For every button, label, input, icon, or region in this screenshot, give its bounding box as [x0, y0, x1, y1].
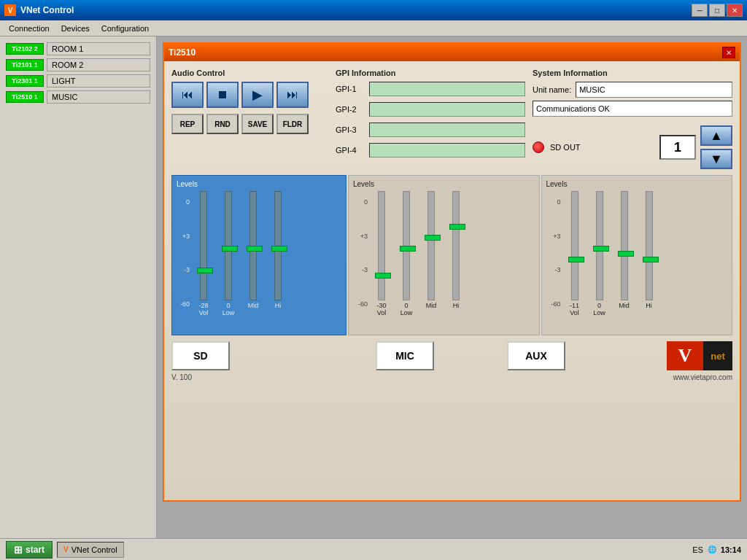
status-bar: ⊞ start V VNet Control ES 🌐 13:14 — [0, 538, 747, 560]
stop-button[interactable]: ⏹ — [206, 82, 239, 108]
fader-handle-low-2[interactable] — [400, 246, 416, 252]
dialog-footer: V. 100 www.vietapro.com — [171, 373, 732, 381]
fader-handle-hi-1[interactable] — [271, 246, 287, 252]
fader-handle-vol-1[interactable] — [197, 268, 213, 273]
status-input — [533, 101, 732, 117]
fader-handle-hi-3[interactable] — [643, 257, 659, 262]
save-button[interactable]: SAVE — [241, 114, 274, 134]
sd-button[interactable]: SD — [171, 341, 230, 370]
fldr-button[interactable]: FLDR — [276, 114, 309, 134]
gpi-input-4[interactable] — [369, 143, 525, 158]
fader-track-mid-3[interactable] — [621, 191, 628, 300]
device-badge-0[interactable]: Ti2102 2 — [6, 43, 44, 55]
menu-devices[interactable]: Devices — [55, 23, 96, 34]
sys-info-title: System Information — [533, 69, 732, 77]
fader-handle-mid-2[interactable] — [425, 235, 441, 241]
fader-track-low-3[interactable] — [596, 191, 603, 300]
left-panel: Ti2102 2 ROOM 1 Ti2101 1 ROOM 2 Ti2301 1… — [0, 36, 157, 538]
fader-mid-1: Mid — [242, 191, 264, 309]
unit-name-label: Unit name: — [533, 85, 571, 94]
fader-track-mid-1[interactable] — [249, 191, 257, 300]
dialog-title-bar: Ti2510 ✕ — [164, 44, 740, 61]
taskbar-label: VNet Control — [71, 545, 117, 554]
fader-label-vol-1: Vol — [199, 309, 209, 316]
mic-button[interactable]: MIC — [376, 341, 434, 370]
window-controls: ─ □ ✕ — [692, 4, 743, 17]
rnd-button[interactable]: RND — [206, 114, 239, 134]
windows-icon: ⊞ — [14, 544, 23, 556]
start-button[interactable]: ⊞ start — [6, 541, 53, 559]
nav-number-display: 1 — [659, 135, 696, 160]
app-icon: V — [4, 4, 16, 16]
close-button[interactable]: ✕ — [727, 4, 743, 17]
device-row-0: Ti2102 2 ROOM 1 — [6, 42, 150, 55]
fader-label-mid-2: Mid — [426, 302, 437, 309]
dialog-close-button[interactable]: ✕ — [722, 47, 735, 58]
fader-track-vol-1[interactable] — [200, 191, 207, 300]
fader-label-mid-1: Mid — [248, 302, 259, 309]
sd-out-row: SD OUT 1 ▲ ▼ — [533, 125, 732, 169]
fader-track-hi-2[interactable] — [452, 191, 460, 300]
fader-handle-low-3[interactable] — [593, 246, 609, 252]
unit-name-input[interactable] — [576, 82, 732, 98]
fader-value-low-3: 0 — [597, 302, 601, 309]
transport-buttons: ⏮ ⏹ ▶ ⏭ — [171, 82, 328, 108]
gpi-row-2: GPI-2 — [336, 102, 525, 117]
window-title: VNet Control — [20, 5, 74, 15]
levels-1-title: Levels — [177, 180, 341, 188]
fader-low-1: 0 Low — [217, 191, 239, 316]
fader-low-2: 0 Low — [395, 191, 417, 316]
fader-handle-mid-3[interactable] — [618, 251, 634, 257]
menu-configuration[interactable]: Configuration — [96, 23, 155, 34]
gpi-input-2[interactable] — [369, 102, 525, 117]
aux-button[interactable]: AUX — [507, 341, 565, 370]
sd-out-led — [533, 141, 544, 153]
device-badge-2[interactable]: Ti2301 1 — [6, 75, 44, 87]
audio-control-title: Audio Control — [171, 69, 328, 77]
menu-connection[interactable]: Connection — [3, 23, 55, 34]
device-badge-1[interactable]: Ti2101 1 — [6, 59, 44, 71]
fader-track-vol-2[interactable] — [378, 191, 385, 300]
device-badge-3[interactable]: Ti2510 1 — [6, 91, 44, 103]
fastforward-button[interactable]: ⏭ — [276, 82, 309, 108]
fader-handle-mid-1[interactable] — [247, 246, 263, 252]
dialog-title: Ti2510 — [169, 47, 196, 58]
fader-track-mid-2[interactable] — [427, 191, 435, 300]
gpi-title: GPI Information — [336, 69, 525, 77]
version-text: V. 100 — [171, 373, 192, 381]
fader-label-hi-2: Hi — [453, 302, 460, 309]
fader-handle-hi-2[interactable] — [449, 224, 465, 230]
device-name-0: ROOM 1 — [47, 42, 150, 55]
device-name-1: ROOM 2 — [47, 58, 150, 71]
levels-3-title: Levels — [546, 180, 728, 188]
gpi-row-1: GPI-1 — [336, 82, 525, 96]
fader-track-hi-1[interactable] — [274, 191, 282, 300]
levels-3-panel: Levels 0 +3 -3 -60 — [541, 175, 733, 335]
device-row-3: Ti2510 1 MUSIC — [6, 90, 150, 104]
start-label: start — [26, 545, 44, 555]
fader-track-vol-3[interactable] — [571, 191, 578, 300]
time-display: 13:14 — [721, 545, 741, 554]
play-button[interactable]: ▶ — [241, 82, 274, 108]
minimize-button[interactable]: ─ — [692, 4, 708, 17]
fader-mid-2: Mid — [420, 191, 442, 309]
fader-vol-1: -28 Vol — [193, 191, 214, 316]
fader-handle-vol-3[interactable] — [568, 257, 584, 262]
fader-track-low-1[interactable] — [225, 191, 232, 300]
levels-1-panel: Levels 0 +3 -3 -60 — [171, 175, 347, 335]
fader-track-low-2[interactable] — [403, 191, 410, 300]
rep-button[interactable]: REP — [171, 114, 204, 134]
maximize-button[interactable]: □ — [709, 4, 725, 17]
fader-handle-low-1[interactable] — [222, 246, 238, 252]
fader-track-hi-3[interactable] — [646, 191, 653, 300]
gpi-input-1[interactable] — [369, 82, 525, 96]
fader-handle-vol-2[interactable] — [375, 273, 391, 279]
nav-up-button[interactable]: ▲ — [700, 125, 732, 146]
rewind-button[interactable]: ⏮ — [171, 82, 204, 108]
taskbar-vnet[interactable]: V VNet Control — [57, 542, 124, 558]
content-area: Ti2510 ✕ Audio Control ⏮ ⏹ ▶ ⏭ — [157, 36, 747, 538]
main-container: Ti2102 2 ROOM 1 Ti2101 1 ROOM 2 Ti2301 1… — [0, 36, 747, 538]
gpi-input-3[interactable] — [369, 122, 525, 137]
nav-down-button[interactable]: ▼ — [700, 149, 732, 169]
fader-value-vol-2: -30 — [376, 302, 386, 309]
